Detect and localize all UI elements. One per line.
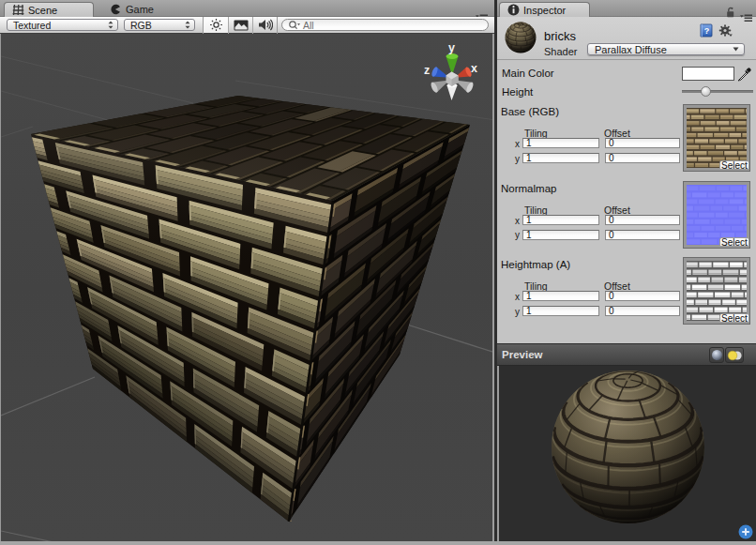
svg-text:z: z xyxy=(424,64,430,77)
svg-text:?: ? xyxy=(704,26,710,36)
svg-text:x: x xyxy=(471,62,477,75)
svg-text:y: y xyxy=(448,41,455,54)
